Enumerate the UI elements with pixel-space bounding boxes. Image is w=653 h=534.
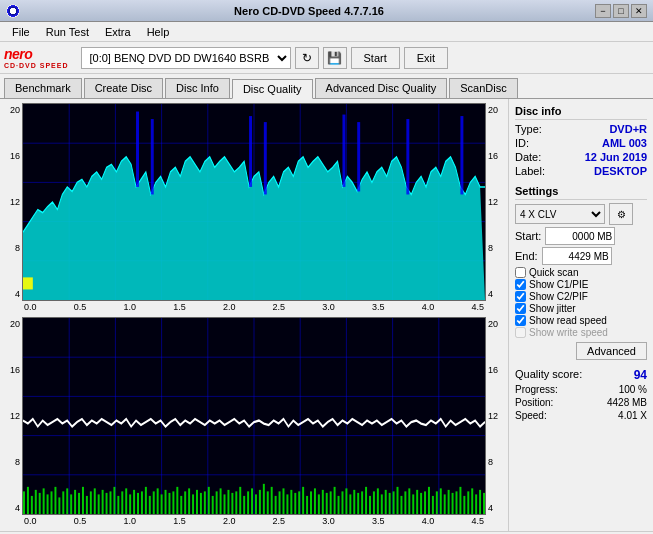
settings-icon-btn[interactable]: ⚙ (609, 203, 633, 225)
svg-rect-50 (70, 494, 72, 514)
tab-scandisc[interactable]: ScanDisc (449, 78, 517, 98)
disc-info-title: Disc info (515, 105, 647, 120)
disc-date-value: 12 Jun 2019 (585, 151, 647, 163)
svg-rect-95 (247, 491, 249, 514)
speed-display-value: 4.01 X (618, 410, 647, 421)
chart1-pi-errors (22, 103, 486, 301)
svg-rect-93 (239, 487, 241, 514)
quick-scan-checkbox[interactable] (515, 267, 526, 278)
svg-rect-140 (424, 491, 426, 514)
exit-button[interactable]: Exit (404, 47, 448, 69)
svg-rect-153 (475, 494, 477, 514)
svg-rect-102 (275, 496, 277, 514)
advanced-button[interactable]: Advanced (576, 342, 647, 360)
menu-help[interactable]: Help (139, 24, 178, 40)
end-mb-label: End: (515, 250, 538, 262)
chart1-x-axis: 0.00.51.01.52.02.53.03.54.04.5 (4, 301, 504, 313)
chart2-pi-failures (22, 317, 486, 515)
settings-section: Settings 4 X CLV ⚙ Start: End: Quick sca… (515, 185, 647, 360)
end-input[interactable] (542, 247, 612, 265)
start-button[interactable]: Start (351, 47, 400, 69)
svg-rect-139 (420, 493, 422, 514)
show-write-row: Show write speed (515, 327, 647, 338)
svg-rect-18 (264, 122, 267, 194)
svg-rect-141 (428, 487, 430, 514)
svg-rect-49 (66, 488, 68, 514)
right-panel: Disc info Type: DVD+R ID: AML 003 Date: … (508, 99, 653, 531)
svg-rect-111 (310, 491, 312, 514)
svg-rect-148 (456, 491, 458, 514)
close-button[interactable]: ✕ (631, 4, 647, 18)
progress-label: Progress: (515, 384, 558, 395)
svg-rect-100 (267, 491, 269, 514)
svg-rect-16 (151, 119, 154, 194)
show-write-label: Show write speed (529, 327, 608, 338)
svg-rect-124 (361, 491, 363, 514)
speed-display-row: Speed: 4.01 X (515, 410, 647, 421)
titlebar: Nero CD-DVD Speed 4.7.7.16 − □ ✕ (0, 0, 653, 22)
show-c2pif-checkbox[interactable] (515, 291, 526, 302)
svg-rect-53 (82, 487, 84, 514)
svg-rect-98 (259, 490, 261, 514)
show-read-checkbox[interactable] (515, 315, 526, 326)
svg-rect-89 (224, 494, 226, 514)
svg-rect-47 (58, 497, 60, 514)
progress-row: Progress: 100 % (515, 384, 647, 395)
app-logo: nero CD·DVD SPEED (4, 46, 69, 69)
svg-rect-56 (94, 488, 96, 514)
chart1-y-axis-right: 20161284 (486, 103, 504, 301)
svg-rect-87 (216, 491, 218, 514)
tab-disc-quality[interactable]: Disc Quality (232, 79, 313, 99)
refresh-button[interactable]: ↻ (295, 47, 319, 69)
start-mb-label: Start: (515, 230, 541, 242)
tab-benchmark[interactable]: Benchmark (4, 78, 82, 98)
disc-id-row: ID: AML 003 (515, 137, 647, 149)
chart1-y-axis-left: 20161284 (4, 103, 22, 301)
svg-rect-107 (294, 493, 296, 514)
svg-rect-108 (298, 491, 300, 514)
svg-rect-55 (90, 491, 92, 514)
svg-rect-79 (184, 491, 186, 514)
svg-rect-147 (452, 493, 454, 514)
svg-rect-62 (117, 496, 119, 514)
show-read-label: Show read speed (529, 315, 607, 326)
speed-selector[interactable]: 4 X CLV (515, 204, 605, 224)
svg-rect-88 (220, 488, 222, 514)
minimize-button[interactable]: − (595, 4, 611, 18)
svg-rect-61 (113, 487, 115, 514)
svg-rect-117 (334, 487, 336, 514)
svg-rect-125 (365, 487, 367, 514)
tab-create-disc[interactable]: Create Disc (84, 78, 163, 98)
svg-rect-97 (255, 494, 257, 514)
svg-rect-106 (290, 490, 292, 514)
svg-rect-78 (180, 496, 182, 514)
start-input[interactable] (545, 227, 615, 245)
svg-rect-45 (51, 491, 53, 514)
show-jitter-checkbox[interactable] (515, 303, 526, 314)
svg-rect-99 (263, 484, 265, 514)
svg-rect-44 (47, 494, 49, 514)
tab-advanced-disc-quality[interactable]: Advanced Disc Quality (315, 78, 448, 98)
start-row: Start: (515, 227, 647, 245)
show-write-checkbox (515, 327, 526, 338)
menu-runtest[interactable]: Run Test (38, 24, 97, 40)
quick-scan-row: Quick scan (515, 267, 647, 278)
menu-file[interactable]: File (4, 24, 38, 40)
svg-rect-38 (23, 491, 25, 514)
svg-rect-64 (125, 488, 127, 514)
svg-rect-67 (137, 493, 139, 514)
svg-rect-152 (471, 488, 473, 514)
svg-rect-54 (86, 496, 88, 514)
show-c1pie-checkbox[interactable] (515, 279, 526, 290)
svg-rect-135 (404, 491, 406, 514)
maximize-button[interactable]: □ (613, 4, 629, 18)
svg-rect-113 (318, 494, 320, 514)
svg-rect-133 (397, 487, 399, 514)
chart2-x-axis: 0.00.51.01.52.02.53.03.54.04.5 (4, 515, 504, 527)
menu-extra[interactable]: Extra (97, 24, 139, 40)
save-button[interactable]: 💾 (323, 47, 347, 69)
svg-rect-120 (345, 488, 347, 514)
drive-selector[interactable]: [0:0] BENQ DVD DD DW1640 BSRB (81, 47, 291, 69)
svg-rect-80 (188, 488, 190, 514)
tab-disc-info[interactable]: Disc Info (165, 78, 230, 98)
